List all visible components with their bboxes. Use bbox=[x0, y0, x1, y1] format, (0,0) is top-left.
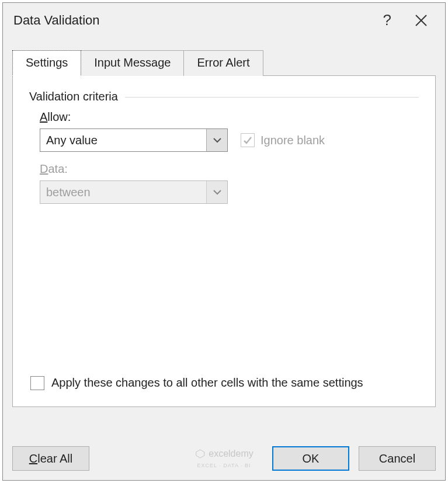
close-icon[interactable] bbox=[415, 14, 428, 27]
tab-row: Settings Input Message Error Alert bbox=[12, 50, 436, 76]
data-group: Data: bbox=[40, 162, 419, 204]
allow-combo[interactable] bbox=[40, 128, 228, 152]
data-label: Data: bbox=[40, 162, 419, 176]
validation-criteria-label: Validation criteria bbox=[29, 90, 125, 103]
allow-group: Allow: Ignore blank bbox=[40, 110, 419, 152]
right-buttons: OK Cancel bbox=[272, 446, 436, 471]
dialog-title: Data Validation bbox=[13, 13, 100, 28]
clear-all-button[interactable]: Clear All bbox=[12, 446, 89, 471]
tab-area: Settings Input Message Error Alert Valid… bbox=[3, 50, 445, 407]
tab-error-alert[interactable]: Error Alert bbox=[183, 50, 263, 76]
ok-button[interactable]: OK bbox=[272, 446, 349, 471]
button-row: Clear All OK Cancel bbox=[3, 437, 445, 480]
data-combo bbox=[40, 180, 228, 204]
data-input bbox=[40, 181, 206, 203]
apply-changes-box[interactable] bbox=[30, 376, 44, 390]
chevron-down-icon bbox=[213, 137, 221, 143]
cancel-button[interactable]: Cancel bbox=[359, 446, 436, 471]
settings-panel: Validation criteria Allow: I bbox=[12, 75, 436, 407]
apply-changes-label: Apply these changes to all other cells w… bbox=[51, 374, 363, 391]
checkmark-icon bbox=[243, 135, 252, 145]
ignore-blank-checkbox: Ignore blank bbox=[241, 133, 325, 147]
ignore-blank-label: Ignore blank bbox=[261, 134, 325, 147]
allow-row: Ignore blank bbox=[40, 128, 419, 152]
apply-changes-checkbox[interactable]: Apply these changes to all other cells w… bbox=[30, 374, 418, 391]
data-dropdown-button bbox=[206, 181, 227, 203]
tab-settings[interactable]: Settings bbox=[12, 50, 81, 76]
tab-input-message[interactable]: Input Message bbox=[81, 50, 184, 76]
chevron-down-icon bbox=[213, 189, 221, 195]
data-validation-dialog: Data Validation ? Settings Input Message… bbox=[2, 2, 446, 481]
help-icon[interactable]: ? bbox=[383, 11, 391, 29]
titlebar: Data Validation ? bbox=[3, 3, 445, 35]
allow-dropdown-button[interactable] bbox=[206, 129, 227, 151]
allow-label: Allow: bbox=[40, 110, 419, 124]
ignore-blank-box bbox=[241, 133, 255, 147]
allow-input[interactable] bbox=[40, 129, 206, 151]
titlebar-controls: ? bbox=[383, 11, 435, 29]
